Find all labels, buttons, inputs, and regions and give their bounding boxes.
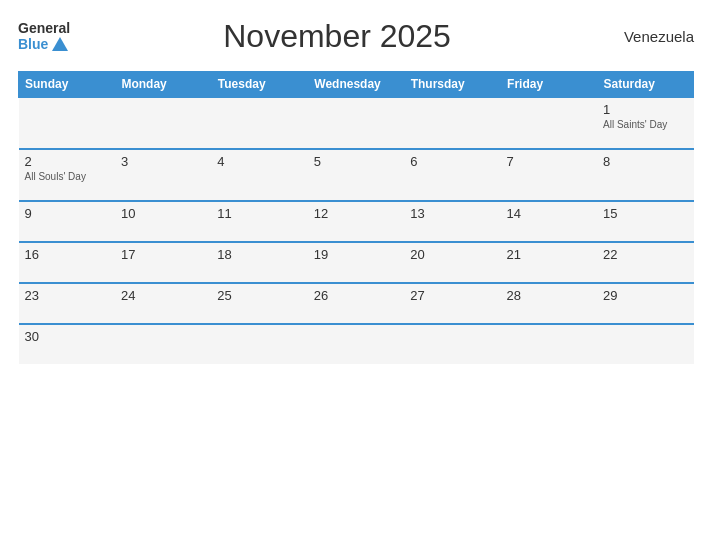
day-number: 18	[217, 247, 301, 262]
day-number: 26	[314, 288, 398, 303]
calendar-cell	[308, 97, 404, 149]
day-number: 19	[314, 247, 398, 262]
day-number: 7	[507, 154, 591, 169]
calendar-cell	[115, 324, 211, 364]
calendar-table: SundayMondayTuesdayWednesdayThursdayFrid…	[18, 71, 694, 364]
logo-triangle-icon	[52, 37, 68, 51]
calendar-cell: 4	[211, 149, 307, 201]
calendar-cell: 17	[115, 242, 211, 283]
day-number: 30	[25, 329, 109, 344]
day-number: 22	[603, 247, 687, 262]
calendar-cell: 16	[19, 242, 115, 283]
calendar-cell	[404, 324, 500, 364]
day-number: 2	[25, 154, 109, 169]
week-row-6: 30	[19, 324, 694, 364]
day-number: 4	[217, 154, 301, 169]
calendar-cell: 21	[501, 242, 597, 283]
calendar-cell: 22	[597, 242, 693, 283]
week-row-5: 23242526272829	[19, 283, 694, 324]
day-number: 28	[507, 288, 591, 303]
calendar-cell: 6	[404, 149, 500, 201]
calendar-cell	[211, 324, 307, 364]
calendar-cell	[501, 97, 597, 149]
day-number: 13	[410, 206, 494, 221]
calendar-header: General Blue November 2025 Venezuela	[18, 18, 694, 61]
calendar-cell: 15	[597, 201, 693, 242]
weekday-header-thursday: Thursday	[404, 72, 500, 98]
calendar-cell: 27	[404, 283, 500, 324]
day-number: 29	[603, 288, 687, 303]
calendar-cell: 18	[211, 242, 307, 283]
logo-blue-text: Blue	[18, 37, 48, 52]
weekday-header-tuesday: Tuesday	[211, 72, 307, 98]
day-number: 27	[410, 288, 494, 303]
calendar-body: 1All Saints' Day2All Souls' Day345678910…	[19, 97, 694, 364]
calendar-header-row: SundayMondayTuesdayWednesdayThursdayFrid…	[19, 72, 694, 98]
day-number: 16	[25, 247, 109, 262]
calendar-cell: 29	[597, 283, 693, 324]
day-number: 25	[217, 288, 301, 303]
week-row-4: 16171819202122	[19, 242, 694, 283]
logo-blue-row: Blue	[18, 37, 68, 52]
calendar-cell: 19	[308, 242, 404, 283]
calendar-wrapper: General Blue November 2025 Venezuela Sun…	[0, 0, 712, 550]
weekday-header-monday: Monday	[115, 72, 211, 98]
calendar-cell: 3	[115, 149, 211, 201]
calendar-cell: 25	[211, 283, 307, 324]
calendar-cell: 20	[404, 242, 500, 283]
week-row-3: 9101112131415	[19, 201, 694, 242]
calendar-cell: 1All Saints' Day	[597, 97, 693, 149]
day-number: 17	[121, 247, 205, 262]
calendar-cell: 28	[501, 283, 597, 324]
day-number: 15	[603, 206, 687, 221]
calendar-cell: 13	[404, 201, 500, 242]
calendar-cell: 11	[211, 201, 307, 242]
calendar-cell	[597, 324, 693, 364]
day-number: 3	[121, 154, 205, 169]
calendar-cell	[211, 97, 307, 149]
calendar-cell: 26	[308, 283, 404, 324]
week-row-2: 2All Souls' Day345678	[19, 149, 694, 201]
calendar-cell	[115, 97, 211, 149]
calendar-cell: 14	[501, 201, 597, 242]
calendar-cell: 24	[115, 283, 211, 324]
calendar-cell	[404, 97, 500, 149]
calendar-cell: 30	[19, 324, 115, 364]
calendar-cell	[501, 324, 597, 364]
calendar-cell: 5	[308, 149, 404, 201]
holiday-label: All Souls' Day	[25, 171, 109, 182]
weekday-header-wednesday: Wednesday	[308, 72, 404, 98]
calendar-cell	[19, 97, 115, 149]
calendar-cell: 12	[308, 201, 404, 242]
logo: General Blue	[18, 21, 70, 52]
weekday-header-friday: Friday	[501, 72, 597, 98]
calendar-cell: 8	[597, 149, 693, 201]
day-number: 20	[410, 247, 494, 262]
calendar-cell: 7	[501, 149, 597, 201]
day-number: 21	[507, 247, 591, 262]
weekday-header-sunday: Sunday	[19, 72, 115, 98]
day-number: 8	[603, 154, 687, 169]
day-number: 12	[314, 206, 398, 221]
day-number: 11	[217, 206, 301, 221]
weekday-row: SundayMondayTuesdayWednesdayThursdayFrid…	[19, 72, 694, 98]
calendar-cell: 23	[19, 283, 115, 324]
calendar-cell: 10	[115, 201, 211, 242]
day-number: 24	[121, 288, 205, 303]
calendar-cell: 2All Souls' Day	[19, 149, 115, 201]
week-row-1: 1All Saints' Day	[19, 97, 694, 149]
calendar-cell: 9	[19, 201, 115, 242]
day-number: 14	[507, 206, 591, 221]
calendar-title: November 2025	[70, 18, 604, 55]
day-number: 10	[121, 206, 205, 221]
holiday-label: All Saints' Day	[603, 119, 687, 130]
logo-general-text: General	[18, 21, 70, 36]
weekday-header-saturday: Saturday	[597, 72, 693, 98]
day-number: 6	[410, 154, 494, 169]
calendar-cell	[308, 324, 404, 364]
day-number: 5	[314, 154, 398, 169]
country-label: Venezuela	[604, 28, 694, 45]
day-number: 1	[603, 102, 687, 117]
day-number: 9	[25, 206, 109, 221]
day-number: 23	[25, 288, 109, 303]
